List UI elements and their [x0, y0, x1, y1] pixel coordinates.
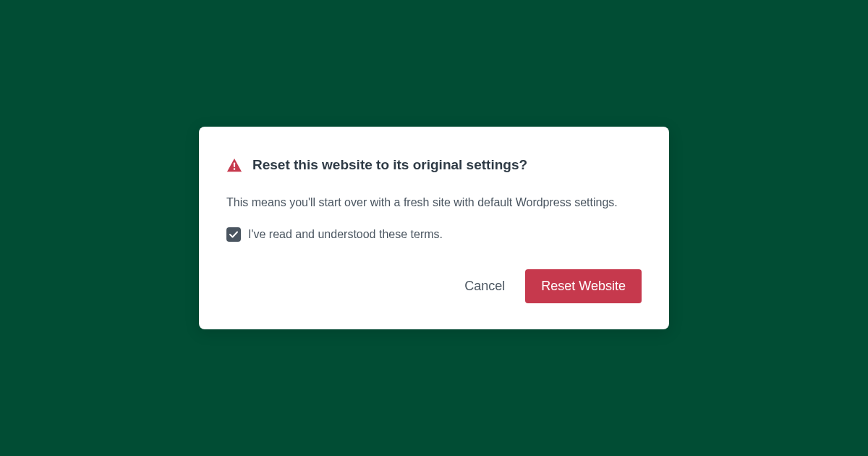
reset-website-button[interactable]: Reset Website: [525, 269, 642, 303]
svg-rect-0: [234, 163, 235, 167]
terms-checkbox[interactable]: [226, 227, 241, 242]
dialog-footer: Cancel Reset Website: [226, 269, 642, 303]
warning-triangle-icon: [226, 158, 242, 172]
terms-checkbox-label[interactable]: I've read and understood these terms.: [248, 228, 443, 241]
dialog-header: Reset this website to its original setti…: [226, 157, 642, 173]
confirmation-dialog: Reset this website to its original setti…: [199, 127, 669, 329]
dialog-description: This means you'll start over with a fres…: [226, 195, 642, 211]
checkmark-icon: [229, 231, 238, 238]
svg-point-1: [234, 169, 236, 171]
dialog-body: This means you'll start over with a fres…: [226, 195, 642, 241]
terms-checkbox-row: I've read and understood these terms.: [226, 227, 642, 242]
cancel-button[interactable]: Cancel: [461, 270, 508, 303]
dialog-title: Reset this website to its original setti…: [252, 157, 527, 173]
